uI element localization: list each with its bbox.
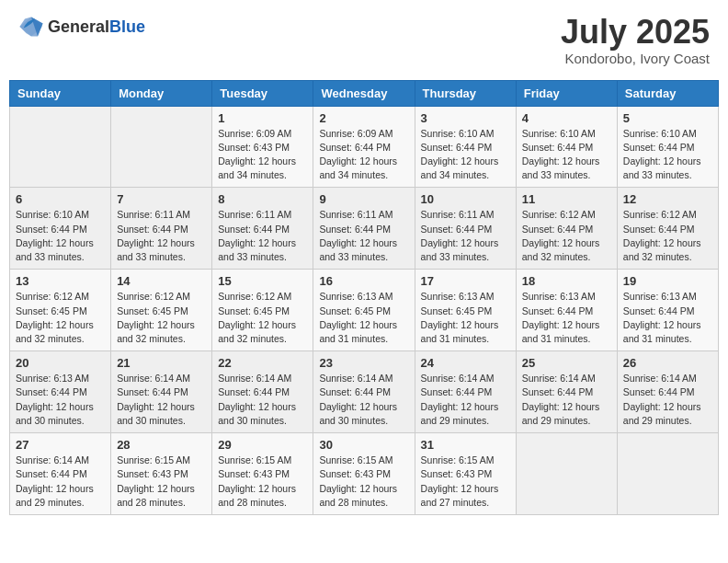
calendar-cell: 27Sunrise: 6:14 AM Sunset: 6:44 PM Dayli… bbox=[10, 433, 111, 515]
day-info: Sunrise: 6:15 AM Sunset: 6:43 PM Dayligh… bbox=[319, 454, 408, 510]
logo-text-general: General bbox=[48, 17, 109, 36]
day-info: Sunrise: 6:12 AM Sunset: 6:45 PM Dayligh… bbox=[16, 290, 105, 346]
day-info: Sunrise: 6:11 AM Sunset: 6:44 PM Dayligh… bbox=[117, 208, 206, 264]
day-info: Sunrise: 6:11 AM Sunset: 6:44 PM Dayligh… bbox=[218, 208, 307, 264]
calendar-table: SundayMondayTuesdayWednesdayThursdayFrid… bbox=[9, 80, 719, 515]
calendar-cell: 11Sunrise: 6:12 AM Sunset: 6:44 PM Dayli… bbox=[516, 188, 617, 270]
calendar-week-row: 13Sunrise: 6:12 AM Sunset: 6:45 PM Dayli… bbox=[10, 270, 719, 351]
page-header: GeneralBlue July 2025 Kondorobo, Ivory C… bbox=[9, 9, 719, 71]
calendar-cell: 30Sunrise: 6:15 AM Sunset: 6:43 PM Dayli… bbox=[313, 433, 415, 515]
day-number: 19 bbox=[623, 274, 712, 288]
day-number: 18 bbox=[522, 274, 611, 288]
day-number: 28 bbox=[117, 438, 206, 452]
day-number: 16 bbox=[319, 274, 408, 288]
svg-marker-2 bbox=[19, 17, 42, 37]
day-info: Sunrise: 6:12 AM Sunset: 6:45 PM Dayligh… bbox=[218, 290, 307, 346]
logo: GeneralBlue bbox=[18, 14, 145, 40]
day-info: Sunrise: 6:10 AM Sunset: 6:44 PM Dayligh… bbox=[623, 127, 712, 183]
day-number: 8 bbox=[218, 192, 307, 206]
day-info: Sunrise: 6:14 AM Sunset: 6:44 PM Dayligh… bbox=[421, 372, 510, 428]
day-info: Sunrise: 6:13 AM Sunset: 6:44 PM Dayligh… bbox=[16, 372, 105, 428]
day-number: 2 bbox=[319, 111, 408, 125]
day-info: Sunrise: 6:12 AM Sunset: 6:44 PM Dayligh… bbox=[522, 208, 611, 264]
day-info: Sunrise: 6:14 AM Sunset: 6:44 PM Dayligh… bbox=[117, 372, 206, 428]
calendar-cell: 15Sunrise: 6:12 AM Sunset: 6:45 PM Dayli… bbox=[212, 270, 313, 351]
day-info: Sunrise: 6:10 AM Sunset: 6:44 PM Dayligh… bbox=[421, 127, 510, 183]
day-number: 4 bbox=[522, 111, 611, 125]
calendar-cell: 31Sunrise: 6:15 AM Sunset: 6:43 PM Dayli… bbox=[415, 433, 516, 515]
day-number: 31 bbox=[421, 438, 510, 452]
calendar-cell bbox=[516, 433, 617, 515]
day-number: 12 bbox=[623, 192, 712, 206]
calendar-cell: 12Sunrise: 6:12 AM Sunset: 6:44 PM Dayli… bbox=[617, 188, 718, 270]
weekday-header-friday: Friday bbox=[516, 80, 617, 106]
day-number: 17 bbox=[421, 274, 510, 288]
day-number: 9 bbox=[319, 192, 408, 206]
day-info: Sunrise: 6:13 AM Sunset: 6:44 PM Dayligh… bbox=[522, 290, 611, 346]
calendar-cell: 16Sunrise: 6:13 AM Sunset: 6:45 PM Dayli… bbox=[313, 270, 415, 351]
day-info: Sunrise: 6:14 AM Sunset: 6:44 PM Dayligh… bbox=[522, 372, 611, 428]
calendar-cell: 26Sunrise: 6:14 AM Sunset: 6:44 PM Dayli… bbox=[617, 351, 718, 433]
title-block: July 2025 Kondorobo, Ivory Coast bbox=[561, 14, 710, 66]
calendar-cell: 24Sunrise: 6:14 AM Sunset: 6:44 PM Dayli… bbox=[415, 351, 516, 433]
day-number: 24 bbox=[421, 356, 510, 370]
calendar-cell: 3Sunrise: 6:10 AM Sunset: 6:44 PM Daylig… bbox=[415, 106, 516, 188]
calendar-cell: 28Sunrise: 6:15 AM Sunset: 6:43 PM Dayli… bbox=[111, 433, 212, 515]
calendar-cell: 22Sunrise: 6:14 AM Sunset: 6:44 PM Dayli… bbox=[212, 351, 313, 433]
calendar-week-row: 1Sunrise: 6:09 AM Sunset: 6:43 PM Daylig… bbox=[10, 106, 719, 188]
weekday-header-tuesday: Tuesday bbox=[212, 80, 313, 106]
day-info: Sunrise: 6:15 AM Sunset: 6:43 PM Dayligh… bbox=[117, 454, 206, 510]
day-number: 3 bbox=[421, 111, 510, 125]
day-info: Sunrise: 6:11 AM Sunset: 6:44 PM Dayligh… bbox=[319, 208, 408, 264]
day-info: Sunrise: 6:11 AM Sunset: 6:44 PM Dayligh… bbox=[421, 208, 510, 264]
logo-text-blue: Blue bbox=[109, 17, 145, 36]
day-number: 13 bbox=[16, 274, 105, 288]
weekday-header-row: SundayMondayTuesdayWednesdayThursdayFrid… bbox=[10, 80, 719, 106]
calendar-week-row: 27Sunrise: 6:14 AM Sunset: 6:44 PM Dayli… bbox=[10, 433, 719, 515]
calendar-cell: 18Sunrise: 6:13 AM Sunset: 6:44 PM Dayli… bbox=[516, 270, 617, 351]
calendar-cell: 21Sunrise: 6:14 AM Sunset: 6:44 PM Dayli… bbox=[111, 351, 212, 433]
day-number: 7 bbox=[117, 192, 206, 206]
day-info: Sunrise: 6:12 AM Sunset: 6:44 PM Dayligh… bbox=[623, 208, 712, 264]
calendar-cell: 25Sunrise: 6:14 AM Sunset: 6:44 PM Dayli… bbox=[516, 351, 617, 433]
day-info: Sunrise: 6:12 AM Sunset: 6:45 PM Dayligh… bbox=[117, 290, 206, 346]
day-info: Sunrise: 6:15 AM Sunset: 6:43 PM Dayligh… bbox=[421, 454, 510, 510]
day-info: Sunrise: 6:09 AM Sunset: 6:44 PM Dayligh… bbox=[319, 127, 408, 183]
day-number: 6 bbox=[16, 192, 105, 206]
day-number: 20 bbox=[16, 356, 105, 370]
calendar-cell: 29Sunrise: 6:15 AM Sunset: 6:43 PM Dayli… bbox=[212, 433, 313, 515]
day-info: Sunrise: 6:13 AM Sunset: 6:45 PM Dayligh… bbox=[421, 290, 510, 346]
day-number: 14 bbox=[117, 274, 206, 288]
day-info: Sunrise: 6:15 AM Sunset: 6:43 PM Dayligh… bbox=[218, 454, 307, 510]
calendar-cell: 13Sunrise: 6:12 AM Sunset: 6:45 PM Dayli… bbox=[10, 270, 111, 351]
calendar-cell bbox=[10, 106, 111, 188]
calendar-cell: 4Sunrise: 6:10 AM Sunset: 6:44 PM Daylig… bbox=[516, 106, 617, 188]
day-number: 10 bbox=[421, 192, 510, 206]
calendar-cell: 14Sunrise: 6:12 AM Sunset: 6:45 PM Dayli… bbox=[111, 270, 212, 351]
day-number: 15 bbox=[218, 274, 307, 288]
calendar-cell: 6Sunrise: 6:10 AM Sunset: 6:44 PM Daylig… bbox=[10, 188, 111, 270]
calendar-cell: 8Sunrise: 6:11 AM Sunset: 6:44 PM Daylig… bbox=[212, 188, 313, 270]
day-number: 11 bbox=[522, 192, 611, 206]
calendar-cell: 2Sunrise: 6:09 AM Sunset: 6:44 PM Daylig… bbox=[313, 106, 415, 188]
calendar-cell: 9Sunrise: 6:11 AM Sunset: 6:44 PM Daylig… bbox=[313, 188, 415, 270]
calendar-cell: 17Sunrise: 6:13 AM Sunset: 6:45 PM Dayli… bbox=[415, 270, 516, 351]
day-number: 27 bbox=[16, 438, 105, 452]
day-info: Sunrise: 6:13 AM Sunset: 6:45 PM Dayligh… bbox=[319, 290, 408, 346]
location-title: Kondorobo, Ivory Coast bbox=[561, 51, 710, 66]
weekday-header-saturday: Saturday bbox=[617, 80, 718, 106]
calendar-cell: 7Sunrise: 6:11 AM Sunset: 6:44 PM Daylig… bbox=[111, 188, 212, 270]
day-number: 30 bbox=[319, 438, 408, 452]
day-number: 23 bbox=[319, 356, 408, 370]
day-number: 22 bbox=[218, 356, 307, 370]
logo-icon bbox=[18, 14, 44, 40]
calendar-cell: 10Sunrise: 6:11 AM Sunset: 6:44 PM Dayli… bbox=[415, 188, 516, 270]
calendar-cell: 23Sunrise: 6:14 AM Sunset: 6:44 PM Dayli… bbox=[313, 351, 415, 433]
calendar-cell: 5Sunrise: 6:10 AM Sunset: 6:44 PM Daylig… bbox=[617, 106, 718, 188]
day-info: Sunrise: 6:10 AM Sunset: 6:44 PM Dayligh… bbox=[16, 208, 105, 264]
calendar-week-row: 20Sunrise: 6:13 AM Sunset: 6:44 PM Dayli… bbox=[10, 351, 719, 433]
day-number: 25 bbox=[522, 356, 611, 370]
weekday-header-wednesday: Wednesday bbox=[313, 80, 415, 106]
calendar-cell: 1Sunrise: 6:09 AM Sunset: 6:43 PM Daylig… bbox=[212, 106, 313, 188]
day-info: Sunrise: 6:13 AM Sunset: 6:44 PM Dayligh… bbox=[623, 290, 712, 346]
